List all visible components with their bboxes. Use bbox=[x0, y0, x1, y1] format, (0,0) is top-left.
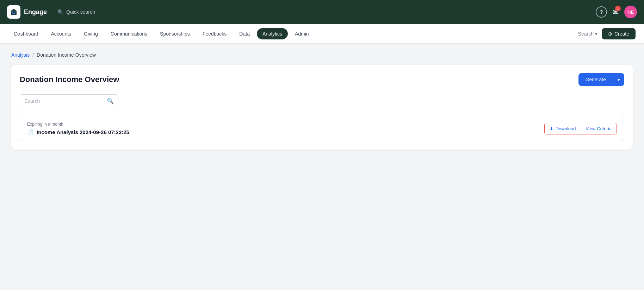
nav-item-accounts[interactable]: Accounts bbox=[45, 28, 77, 39]
generate-label: Generate bbox=[586, 77, 606, 82]
card-header: Donation Income Overview Generate ▾ bbox=[20, 73, 624, 86]
logo-area[interactable]: Engage bbox=[7, 5, 47, 19]
breadcrumb: Analysis / Donation Income Overview bbox=[11, 52, 633, 58]
top-bar-right: ? ✉ 1 HE bbox=[596, 6, 637, 18]
help-icon: ? bbox=[600, 9, 603, 15]
report-item: Expiring in a month 📄 Income Analysis 20… bbox=[20, 116, 624, 141]
breadcrumb-current: Donation Income Overview bbox=[37, 52, 96, 58]
search-icon: 🔍 bbox=[107, 97, 114, 104]
generate-button[interactable]: Generate bbox=[578, 73, 613, 86]
report-item-right: ⬇ Download View Criteria bbox=[544, 123, 617, 134]
top-bar: Engage 🔍 Quick search ? ✉ 1 HE bbox=[0, 0, 644, 24]
generate-dropdown-button[interactable]: ▾ bbox=[613, 73, 624, 86]
breadcrumb-parent[interactable]: Analysis bbox=[11, 52, 30, 58]
quick-search-label: Quick search bbox=[66, 9, 95, 15]
avatar-initials: HE bbox=[627, 10, 634, 15]
app-name: Engage bbox=[24, 8, 47, 16]
nav-item-data[interactable]: Data bbox=[234, 28, 255, 39]
notification-badge: 1 bbox=[615, 6, 621, 11]
quick-search[interactable]: 🔍 Quick search bbox=[57, 9, 95, 15]
svg-point-1 bbox=[14, 11, 15, 12]
nav-search-label: Search bbox=[578, 31, 594, 37]
breadcrumb-separator: / bbox=[32, 52, 34, 58]
main-card: Donation Income Overview Generate ▾ 🔍 Ex… bbox=[11, 65, 633, 150]
card-search-wrapper: 🔍 bbox=[20, 94, 624, 107]
nav-search[interactable]: Search ▾ bbox=[578, 31, 597, 37]
notification-button[interactable]: ✉ 1 bbox=[613, 8, 619, 16]
search-input[interactable] bbox=[24, 98, 104, 104]
download-label: Download bbox=[556, 126, 576, 131]
help-button[interactable]: ? bbox=[596, 6, 607, 18]
download-button[interactable]: ⬇ Download bbox=[545, 123, 581, 134]
main-content: Analysis / Donation Income Overview Dona… bbox=[0, 44, 644, 158]
create-plus-icon: ⊕ bbox=[608, 31, 612, 37]
page-title: Donation Income Overview bbox=[20, 75, 119, 84]
nav-item-feedbacks[interactable]: Feedbacks bbox=[197, 28, 232, 39]
card-search-box[interactable]: 🔍 bbox=[20, 94, 118, 107]
create-label: Create bbox=[614, 31, 629, 37]
generate-button-group: Generate ▾ bbox=[578, 73, 624, 86]
generate-chevron-icon: ▾ bbox=[618, 77, 620, 82]
report-expiry: Expiring in a month bbox=[27, 122, 129, 127]
nav-item-admin[interactable]: Admin bbox=[289, 28, 315, 39]
nav-search-chevron-icon: ▾ bbox=[595, 31, 597, 37]
logo-icon bbox=[7, 5, 20, 19]
search-icon: 🔍 bbox=[57, 9, 63, 15]
download-icon: ⬇ bbox=[550, 126, 553, 131]
report-name-text: Income Analysis 2024-09-26 07:22:25 bbox=[37, 129, 129, 135]
secondary-nav: Dashboard Accounts Giving Communications… bbox=[0, 24, 644, 44]
report-item-left: Expiring in a month 📄 Income Analysis 20… bbox=[27, 122, 129, 135]
avatar[interactable]: HE bbox=[624, 6, 637, 18]
nav-item-sponsorships[interactable]: Sponsorships bbox=[154, 28, 196, 39]
nav-item-dashboard[interactable]: Dashboard bbox=[8, 28, 44, 39]
nav-item-communications[interactable]: Communications bbox=[105, 28, 153, 39]
nav-item-giving[interactable]: Giving bbox=[78, 28, 104, 39]
view-criteria-button[interactable]: View Criteria bbox=[581, 123, 617, 134]
nav-right: Search ▾ ⊕ Create bbox=[578, 28, 636, 39]
svg-point-0 bbox=[12, 11, 13, 12]
file-icon: 📄 bbox=[27, 129, 34, 135]
create-button[interactable]: ⊕ Create bbox=[602, 28, 636, 39]
view-criteria-label: View Criteria bbox=[586, 126, 612, 131]
nav-item-analytics[interactable]: Analytics bbox=[257, 28, 288, 39]
report-name: 📄 Income Analysis 2024-09-26 07:22:25 bbox=[27, 129, 129, 135]
